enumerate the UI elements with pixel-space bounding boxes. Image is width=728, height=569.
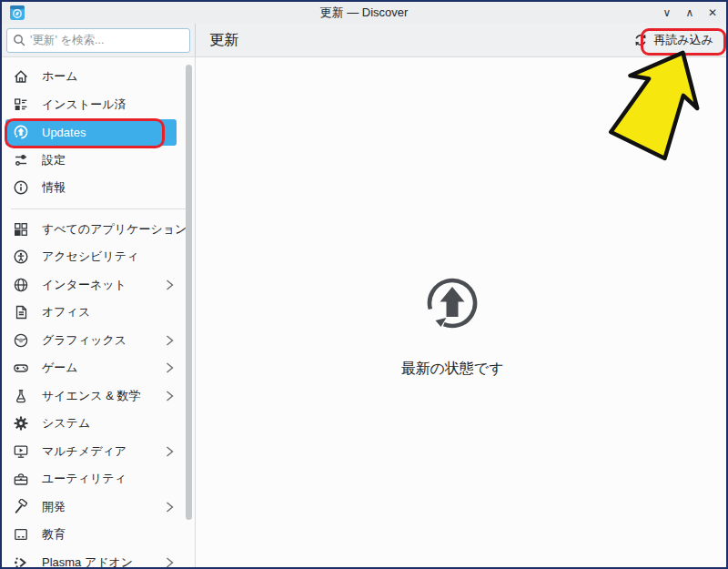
search-input[interactable] bbox=[30, 34, 184, 46]
sidebar-item-office[interactable]: オフィス bbox=[2, 299, 195, 327]
sidebar-item-label: Plasma アドオン bbox=[42, 554, 166, 567]
chevron-right-icon bbox=[166, 335, 177, 346]
sidebar-item-updates[interactable]: Updates bbox=[5, 119, 177, 146]
sidebar-scrollbar[interactable] bbox=[186, 65, 192, 520]
system-icon bbox=[13, 415, 29, 432]
sidebar-item-label: すべてのアプリケーション bbox=[42, 221, 187, 238]
sidebar-item-graphics[interactable]: グラフィックス bbox=[2, 327, 195, 355]
home-icon bbox=[13, 68, 29, 85]
sidebar-item-label: ユーティリティ bbox=[42, 471, 187, 487]
sidebar-item-label: インストール済 bbox=[42, 97, 187, 113]
sidebar-item-label: インターネット bbox=[42, 277, 166, 293]
titlebar[interactable]: 更新 — Discover ∨ ∧ ✕ bbox=[2, 2, 726, 24]
internet-icon bbox=[13, 277, 29, 293]
sidebar-item-plasma-addons[interactable]: Plasma アドオン bbox=[2, 549, 195, 568]
search-area bbox=[2, 24, 196, 56]
info-icon bbox=[13, 179, 29, 196]
sidebar-item-utilities[interactable]: ユーティリティ bbox=[2, 465, 195, 493]
chevron-right-icon bbox=[166, 557, 177, 567]
sidebar-item-settings[interactable]: 設定 bbox=[2, 147, 195, 175]
games-icon bbox=[13, 360, 29, 376]
updates-page: 最新の状態です bbox=[197, 57, 726, 567]
office-icon bbox=[13, 304, 29, 320]
sidebar-item-label: ホーム bbox=[42, 68, 187, 85]
chevron-right-icon bbox=[166, 502, 177, 513]
sidebar-item-label: Updates bbox=[42, 126, 169, 139]
accessibility-icon bbox=[13, 249, 29, 265]
sidebar-item-education[interactable]: 教育 bbox=[2, 521, 195, 549]
search-icon bbox=[13, 34, 25, 46]
development-icon bbox=[13, 499, 29, 515]
chevron-right-icon bbox=[166, 391, 177, 401]
sidebar-item-label: グラフィックス bbox=[42, 332, 166, 349]
chevron-right-icon bbox=[166, 362, 177, 373]
plasma-addons-icon bbox=[13, 554, 29, 567]
search-box[interactable] bbox=[6, 28, 190, 53]
installed-icon bbox=[13, 97, 29, 113]
multimedia-icon bbox=[13, 443, 29, 460]
sidebar-item-system[interactable]: システム bbox=[2, 410, 195, 438]
maximize-button[interactable]: ∧ bbox=[683, 6, 696, 19]
sidebar-item-label: オフィス bbox=[42, 304, 187, 320]
sidebar-item-installed[interactable]: インストール済 bbox=[2, 91, 195, 119]
updates-icon bbox=[13, 124, 29, 140]
sidebar-item-development[interactable]: 開発 bbox=[2, 493, 195, 522]
sidebar-item-label: 情報 bbox=[42, 179, 187, 196]
sidebar-item-accessibility[interactable]: アクセシビリティ bbox=[2, 243, 195, 271]
up-to-date-icon bbox=[423, 274, 481, 332]
refresh-icon bbox=[633, 33, 648, 47]
toolbar: 更新 再読み込み bbox=[2, 24, 726, 57]
sidebar-item-label: サイエンス & 数学 bbox=[42, 388, 166, 404]
sidebar-item-science-math[interactable]: サイエンス & 数学 bbox=[2, 382, 195, 411]
sidebar-item-about[interactable]: 情報 bbox=[2, 174, 195, 202]
sidebar-item-label: 開発 bbox=[42, 499, 166, 515]
sidebar-item-label: マルチメディア bbox=[42, 443, 166, 460]
sidebar-item-label: 教育 bbox=[42, 526, 187, 543]
close-button[interactable]: ✕ bbox=[706, 6, 719, 19]
sidebar-item-home[interactable]: ホーム bbox=[2, 63, 195, 91]
utilities-icon bbox=[13, 471, 29, 487]
refresh-button-label: 再読み込み bbox=[653, 32, 713, 48]
science-icon bbox=[13, 388, 29, 404]
discover-window: 更新 — Discover ∨ ∧ ✕ 更新 bbox=[0, 0, 728, 569]
window-title: 更新 — Discover bbox=[2, 2, 726, 24]
all-applications-icon bbox=[13, 221, 29, 238]
sidebar-item-label: ゲーム bbox=[42, 360, 166, 376]
sidebar-item-internet[interactable]: インターネット bbox=[2, 271, 195, 300]
chevron-right-icon bbox=[166, 446, 177, 457]
sidebar-item-multimedia[interactable]: マルチメディア bbox=[2, 438, 195, 466]
minimize-button[interactable]: ∨ bbox=[661, 6, 673, 19]
sidebar-item-all-applications[interactable]: すべてのアプリケーション bbox=[2, 216, 195, 244]
empty-state: 最新の状態です bbox=[197, 274, 708, 379]
sidebar-item-label: アクセシビリティ bbox=[42, 249, 187, 265]
graphics-icon bbox=[13, 332, 29, 349]
sidebar: ホーム インストール済 Updates 設定 情報 すべてのアプリケーション ア… bbox=[2, 57, 196, 567]
chevron-right-icon bbox=[166, 279, 177, 290]
refresh-button[interactable]: 再読み込み bbox=[630, 28, 717, 52]
sidebar-item-label: 設定 bbox=[42, 152, 187, 168]
education-icon bbox=[13, 526, 29, 543]
sidebar-section-divider bbox=[11, 208, 186, 209]
settings-icon bbox=[13, 152, 29, 168]
page-header: 更新 再読み込み bbox=[196, 24, 726, 56]
sidebar-item-games[interactable]: ゲーム bbox=[2, 354, 195, 382]
status-message: 最新の状態です bbox=[197, 360, 708, 379]
sidebar-item-label: システム bbox=[42, 415, 187, 432]
page-title: 更新 bbox=[209, 31, 238, 50]
